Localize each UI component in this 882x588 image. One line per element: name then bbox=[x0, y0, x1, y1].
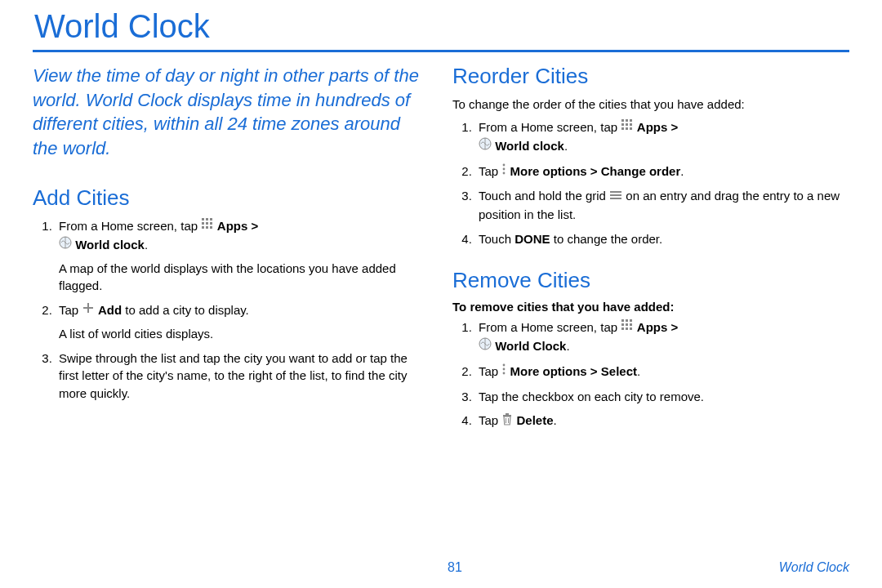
svg-rect-36 bbox=[621, 327, 624, 330]
reorder-cities-steps: From a Home screen, tap Apps > World clo… bbox=[475, 118, 849, 248]
text: From a Home screen, tap bbox=[479, 320, 621, 334]
right-column: Reorder Cities To change the order of th… bbox=[452, 64, 849, 437]
text: . bbox=[564, 139, 568, 153]
svg-rect-16 bbox=[621, 123, 624, 126]
svg-rect-20 bbox=[626, 127, 628, 130]
title-divider bbox=[33, 50, 849, 52]
svg-rect-29 bbox=[610, 198, 621, 199]
content-columns: View the time of day or night in other p… bbox=[33, 64, 849, 437]
apps-grid-icon bbox=[621, 318, 634, 336]
svg-rect-31 bbox=[626, 319, 628, 322]
svg-rect-3 bbox=[202, 222, 204, 225]
text: Touch and hold the grid bbox=[479, 189, 609, 203]
svg-rect-37 bbox=[626, 327, 628, 330]
svg-rect-15 bbox=[630, 119, 632, 122]
remove-subhead: To remove cities that you have added: bbox=[452, 300, 849, 314]
add-cities-steps: From a Home screen, tap Apps > World clo… bbox=[56, 217, 430, 403]
list-item: Tap More options > Select. bbox=[475, 363, 849, 381]
add-cities-heading: Add Cities bbox=[33, 185, 430, 211]
list-item: Tap Delete. bbox=[475, 412, 849, 430]
world-clock-icon bbox=[59, 236, 72, 254]
world-clock-label: World clock bbox=[492, 139, 564, 153]
step-body: A map of the world displays with the loc… bbox=[59, 260, 430, 296]
svg-rect-12 bbox=[83, 307, 93, 309]
svg-rect-33 bbox=[621, 323, 624, 326]
apps-label: Apps > bbox=[634, 120, 678, 134]
svg-rect-7 bbox=[206, 226, 208, 229]
done-label: DONE bbox=[514, 232, 550, 246]
svg-rect-17 bbox=[626, 123, 628, 126]
apps-grid-icon bbox=[621, 118, 634, 136]
svg-rect-0 bbox=[202, 218, 204, 220]
footer-label: World Clock bbox=[779, 560, 849, 575]
svg-rect-6 bbox=[202, 226, 204, 229]
svg-point-42 bbox=[503, 368, 506, 370]
svg-rect-32 bbox=[630, 319, 632, 322]
text: Tap bbox=[479, 413, 501, 427]
page-number: 81 bbox=[131, 560, 779, 575]
step-body: A list of world cities displays. bbox=[59, 325, 430, 343]
world-clock-label: World clock bbox=[72, 238, 145, 252]
more-options-icon bbox=[501, 363, 506, 381]
svg-rect-35 bbox=[630, 323, 632, 326]
remove-cities-heading: Remove Cities bbox=[452, 268, 849, 293]
text: From a Home screen, tap bbox=[479, 120, 621, 134]
list-item: Tap More options > Change order. bbox=[475, 163, 849, 181]
delete-label: Delete bbox=[513, 413, 553, 427]
svg-rect-8 bbox=[210, 226, 212, 229]
left-column: View the time of day or night in other p… bbox=[33, 64, 430, 437]
svg-rect-45 bbox=[506, 413, 509, 415]
text: to change the order. bbox=[550, 232, 663, 246]
text: . bbox=[637, 364, 640, 378]
svg-point-26 bbox=[503, 172, 506, 174]
list-item: From a Home screen, tap Apps > World Clo… bbox=[475, 318, 849, 356]
world-clock-icon bbox=[479, 337, 492, 355]
plus-icon bbox=[82, 301, 95, 319]
svg-rect-18 bbox=[630, 123, 632, 126]
text: From a Home screen, tap bbox=[59, 219, 201, 233]
apps-grid-icon bbox=[201, 217, 214, 235]
svg-point-24 bbox=[503, 163, 506, 166]
more-options-label: More options > Change order bbox=[506, 164, 680, 178]
text: . bbox=[566, 339, 569, 353]
svg-rect-38 bbox=[630, 327, 632, 330]
text: . bbox=[145, 238, 148, 252]
svg-rect-13 bbox=[621, 119, 624, 122]
remove-cities-steps: From a Home screen, tap Apps > World Clo… bbox=[475, 318, 849, 430]
more-options-icon bbox=[501, 163, 506, 180]
list-item: Tap Add to add a city to display. A list… bbox=[56, 301, 430, 343]
world-clock-icon bbox=[479, 137, 492, 155]
drag-handle-icon bbox=[609, 188, 622, 206]
svg-rect-21 bbox=[630, 127, 632, 130]
add-label: Add bbox=[95, 303, 122, 317]
text: . bbox=[680, 164, 684, 178]
svg-point-41 bbox=[503, 363, 506, 366]
svg-point-43 bbox=[503, 372, 506, 374]
svg-rect-30 bbox=[621, 319, 624, 322]
text: Swipe through the list and tap the city … bbox=[59, 351, 408, 401]
svg-rect-1 bbox=[206, 218, 208, 220]
reorder-intro: To change the order of the cities that y… bbox=[452, 96, 849, 114]
trash-icon bbox=[501, 412, 513, 430]
text: Tap bbox=[479, 364, 501, 378]
svg-rect-2 bbox=[210, 218, 212, 220]
more-options-label: More options > Select bbox=[506, 364, 637, 378]
page-title: World Clock bbox=[33, 8, 849, 45]
svg-rect-34 bbox=[626, 323, 628, 326]
apps-label: Apps > bbox=[634, 320, 678, 334]
apps-label: Apps > bbox=[214, 219, 258, 233]
svg-rect-4 bbox=[206, 222, 208, 225]
text: Touch bbox=[479, 232, 514, 246]
list-item: From a Home screen, tap Apps > World clo… bbox=[56, 217, 430, 295]
list-item: Touch DONE to change the order. bbox=[475, 230, 849, 248]
svg-point-25 bbox=[503, 167, 506, 170]
text: Tap bbox=[479, 164, 501, 178]
text: Tap the checkbox on each city to remove. bbox=[479, 390, 704, 403]
intro-paragraph: View the time of day or night in other p… bbox=[33, 64, 430, 161]
reorder-cities-heading: Reorder Cities bbox=[452, 64, 849, 89]
text: to add a city to display. bbox=[122, 303, 249, 317]
text: Tap bbox=[59, 303, 82, 317]
text: . bbox=[554, 413, 557, 427]
list-item: From a Home screen, tap Apps > World clo… bbox=[475, 118, 849, 156]
svg-rect-28 bbox=[610, 194, 621, 196]
